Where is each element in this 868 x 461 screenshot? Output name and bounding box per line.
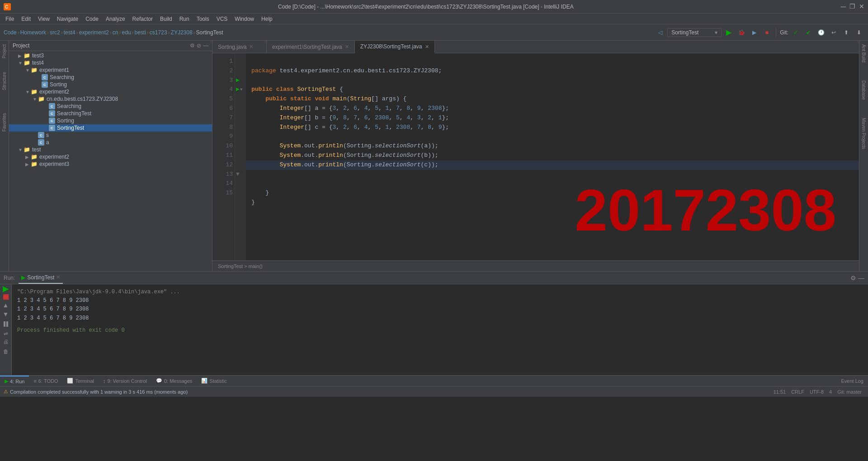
tree-item-package[interactable]: ▼ 📁 cn.edu.besti.cs1723.ZYJ2308	[9, 95, 212, 103]
status-git[interactable]: Git: master	[835, 389, 864, 395]
tree-item-sorting-exp1[interactable]: C Sorting	[9, 81, 212, 88]
tree-item-test-experiment3[interactable]: ▶ 📁 experiment3	[9, 160, 212, 168]
tab-sorting-java[interactable]: Sorting.java ✕	[212, 41, 267, 53]
status-indent[interactable]: 4	[826, 389, 835, 395]
breadcrumb-homework[interactable]: Homework	[20, 29, 46, 36]
menu-build[interactable]: Build	[156, 15, 176, 23]
title-bar: C Code [D:\Code] - ...\Homework\src2\tes…	[0, 0, 868, 14]
clear-output-btn[interactable]: 🗑	[3, 348, 9, 355]
project-header-icon3[interactable]: —	[203, 42, 208, 49]
coverage-btn[interactable]: ▶	[749, 27, 760, 38]
stop-btn[interactable]: ■	[761, 27, 772, 38]
tree-item-experiment1[interactable]: ▼ 📁 experiment1	[9, 66, 212, 74]
bottom-tab-todo[interactable]: ≡ 6: TODO	[29, 376, 62, 386]
git-tick-btn[interactable]: ✔	[803, 27, 814, 38]
debug-btn[interactable]: 🐞	[736, 27, 747, 38]
menu-code[interactable]: Code	[82, 15, 102, 23]
tab-sorting-java-close[interactable]: ✕	[249, 44, 253, 50]
breadcrumb-edu[interactable]: edu	[122, 29, 131, 36]
close-btn[interactable]: ✕	[859, 3, 864, 11]
git-revert-btn[interactable]: ↩	[828, 27, 839, 38]
favorites-toggle[interactable]: Favorites	[1, 111, 8, 133]
tab-zyj2308-close[interactable]: ✕	[425, 44, 429, 50]
tree-item-test3[interactable]: ▶ 📁 test3	[9, 52, 212, 59]
tree-item-test[interactable]: ▼ 📁 test	[9, 146, 212, 153]
tab-zyj2308-sortingtest[interactable]: ZYJ2308\SortingTest.java ✕	[355, 41, 435, 53]
event-log-btn[interactable]: Event Log	[836, 378, 868, 384]
breadcrumb-experiment2[interactable]: experiment2	[79, 29, 109, 36]
breadcrumb-src2[interactable]: src2	[50, 29, 60, 36]
project-panel-toggle[interactable]: Project	[1, 42, 8, 60]
scroll-down-btn[interactable]: ▼	[3, 310, 9, 318]
tree-item-test4[interactable]: ▼ 📁 test4	[9, 59, 212, 66]
tree-item-sortingtest[interactable]: C SortingTest	[9, 124, 212, 132]
breadcrumb: Code › Homework › src2 › test4 › experim…	[4, 29, 652, 36]
menu-navigate[interactable]: Navigate	[53, 15, 82, 23]
tree-item-experiment2[interactable]: ▼ 📁 experiment2	[9, 88, 212, 95]
code-content[interactable]: package test4.experiment2.cn.edu.besti.c…	[246, 53, 859, 260]
tab-exp1-close[interactable]: ✕	[345, 44, 349, 50]
menu-view[interactable]: View	[34, 15, 53, 23]
menu-edit[interactable]: Edit	[18, 15, 34, 23]
editor-breadcrumb-text: SortingTest > main()	[218, 263, 263, 269]
bottom-tab-terminal[interactable]: ⬜ Terminal	[62, 376, 99, 386]
git-push-btn[interactable]: ⬆	[841, 27, 852, 38]
breadcrumb-cs1723[interactable]: cs1723	[150, 29, 167, 36]
tree-item-sorting-pkg[interactable]: C Sorting	[9, 117, 212, 124]
bottom-tab-statistic[interactable]: 📊 Statistic	[197, 376, 231, 386]
maximize-btn[interactable]: ❐	[849, 3, 855, 11]
breadcrumb-besti[interactable]: besti	[135, 29, 146, 36]
scroll-up-btn[interactable]: ▲	[3, 301, 9, 309]
maven-toggle[interactable]: Maven Projects	[860, 116, 867, 151]
status-encoding[interactable]: UTF-8	[807, 389, 826, 395]
tree-item-searching-exp1[interactable]: C Searching	[9, 74, 212, 81]
compilation-message: Compilation completed successfully with …	[10, 389, 188, 395]
bottom-tab-run[interactable]: ▶ 4: Run	[0, 376, 29, 386]
menu-help[interactable]: Help	[258, 15, 276, 23]
tree-item-searching-pkg[interactable]: C Searching	[9, 103, 212, 110]
run-settings-btn[interactable]: ⚙	[850, 274, 856, 282]
run-config-selector[interactable]: SortingTest ▾	[667, 28, 722, 37]
git-history-btn[interactable]: 🕐	[816, 27, 826, 38]
status-line-ending[interactable]: CRLF	[788, 389, 807, 395]
menu-vcs[interactable]: VCS	[213, 15, 231, 23]
tree-item-a[interactable]: C a	[9, 139, 212, 146]
run-minimize-btn[interactable]: —	[858, 274, 864, 282]
run-tab-close[interactable]: ✕	[56, 274, 60, 280]
git-pull-btn[interactable]: ⬇	[854, 27, 864, 38]
run-tab-active[interactable]: ▶ SortingTest ✕	[19, 272, 63, 284]
menu-file[interactable]: File	[2, 15, 18, 23]
database-toggle[interactable]: Database	[860, 79, 867, 102]
menu-analyze[interactable]: Analyze	[102, 15, 129, 23]
menu-tools[interactable]: Tools	[193, 15, 213, 23]
breadcrumb-cn[interactable]: cn	[113, 29, 118, 36]
wrap-output-btn[interactable]: ⇌	[4, 330, 8, 337]
pause-btn[interactable]	[4, 321, 8, 327]
run-tab-icon2: ▶	[5, 378, 8, 384]
menu-refactor[interactable]: Refactor	[129, 15, 156, 23]
run-stop-btn[interactable]	[3, 294, 9, 300]
run-btn[interactable]: ▶	[723, 27, 734, 38]
project-header-icon2[interactable]: ⊘	[197, 42, 201, 49]
print-btn[interactable]: 🖨	[3, 339, 9, 345]
menu-window[interactable]: Window	[231, 15, 258, 23]
minimize-btn[interactable]: ─	[841, 3, 846, 11]
bottom-tab-messages[interactable]: 💬 0: Messages	[151, 376, 197, 386]
project-header-icon1[interactable]: ⚙	[190, 42, 195, 49]
breadcrumb-test4[interactable]: test4	[64, 29, 75, 36]
run-start-btn[interactable]	[3, 286, 9, 292]
breadcrumb-sortingtest[interactable]: SortingTest	[196, 29, 223, 36]
structure-toggle[interactable]: Structure	[1, 70, 8, 92]
status-position[interactable]: 11:51	[771, 389, 789, 395]
git-check-btn[interactable]: ✓	[790, 27, 801, 38]
tab-experiment1-sortingtest[interactable]: experiment1\SortingTest.java ✕	[267, 41, 355, 53]
breadcrumb-code[interactable]: Code	[4, 29, 17, 36]
nav-back-btn[interactable]: ◁	[655, 27, 665, 38]
bottom-tab-vcs[interactable]: ↕ 9: Version Control	[99, 376, 151, 386]
tree-item-s[interactable]: C s	[9, 132, 212, 139]
ant-build-toggle[interactable]: Ant Build	[860, 42, 867, 64]
menu-run[interactable]: Run	[176, 15, 193, 23]
tree-item-test-experiment2[interactable]: ▶ 📁 experiment2	[9, 153, 212, 160]
breadcrumb-zyj2308[interactable]: ZYJ2308	[171, 29, 193, 36]
tree-item-searchingtest[interactable]: C SearchingTest	[9, 110, 212, 117]
